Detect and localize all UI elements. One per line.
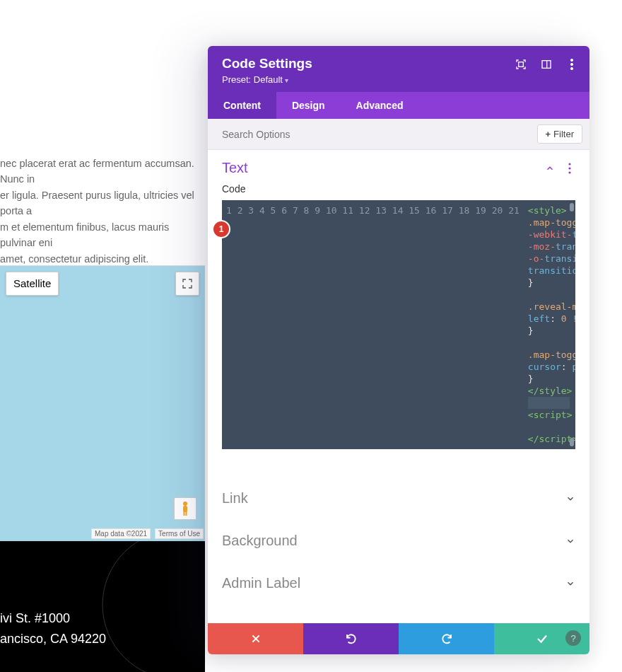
close-icon — [250, 633, 262, 644]
svg-point-0 — [183, 502, 187, 506]
svg-rect-3 — [186, 511, 187, 516]
tab-advanced[interactable]: Advanced — [341, 92, 419, 119]
chevron-down-icon — [565, 494, 575, 504]
svg-point-9 — [570, 63, 573, 65]
svg-point-10 — [570, 67, 573, 69]
undo-button[interactable] — [303, 623, 399, 654]
modal-tabs: Content Design Advanced — [208, 92, 589, 119]
editor-scrollbar[interactable] — [570, 438, 574, 446]
map-terms-link[interactable]: Terms of Use — [155, 528, 204, 539]
svg-point-8 — [570, 59, 573, 61]
help-bubble[interactable]: ? — [565, 630, 581, 646]
map-satellite-toggle[interactable]: Satellite — [6, 272, 59, 296]
svg-rect-1 — [183, 506, 187, 512]
section-admin-label[interactable]: Admin Label — [222, 562, 575, 605]
code-editor-content[interactable]: <style> .map-toggle-row { -webkit-transi… — [525, 200, 575, 449]
pegman-icon — [181, 501, 189, 516]
background-footer-panel: ivi St. #1000 ancisco, CA 94220 — [0, 541, 205, 672]
chevron-down-icon — [565, 579, 575, 589]
section-background[interactable]: Background — [222, 520, 575, 562]
cancel-button[interactable] — [208, 623, 303, 654]
code-field-label: Code — [222, 183, 575, 195]
fullscreen-icon — [182, 278, 193, 289]
svg-point-12 — [568, 167, 570, 169]
svg-point-11 — [568, 163, 570, 165]
tab-content[interactable]: Content — [208, 92, 276, 119]
undo-icon — [345, 632, 358, 645]
check-icon — [536, 632, 548, 645]
svg-point-4 — [102, 541, 205, 672]
svg-rect-5 — [519, 62, 524, 67]
step-marker-1: 1 — [213, 221, 229, 237]
search-input[interactable] — [222, 129, 537, 140]
editor-scrollbar[interactable] — [570, 203, 574, 212]
map-pegman[interactable] — [174, 497, 196, 520]
redo-button[interactable] — [399, 623, 494, 654]
map-data-credit: Map data ©2021 — [91, 528, 151, 539]
expand-icon[interactable] — [515, 58, 527, 71]
tab-design[interactable]: Design — [276, 92, 341, 119]
svg-rect-2 — [184, 511, 185, 516]
svg-point-13 — [568, 171, 570, 173]
preset-dropdown[interactable]: Preset: Default — [222, 74, 575, 85]
section-menu-icon[interactable] — [564, 163, 575, 174]
chevron-down-icon — [565, 536, 575, 546]
kebab-menu-icon[interactable] — [565, 58, 578, 71]
snap-icon[interactable] — [540, 58, 553, 71]
modal-footer — [208, 623, 589, 654]
options-search-bar: +Filter — [208, 119, 589, 150]
filter-button[interactable]: +Filter — [537, 124, 582, 144]
code-editor-gutter: 1 2 3 4 5 6 7 8 9 10 11 12 13 14 15 16 1… — [222, 200, 525, 449]
modal-header: Code Settings Preset: Default — [208, 46, 589, 92]
code-editor[interactable]: 1 2 3 4 5 6 7 8 9 10 11 12 13 14 15 16 1… — [222, 200, 575, 449]
section-text-title: Text — [222, 160, 248, 176]
collapse-section-icon[interactable] — [544, 163, 556, 174]
map-fullscreen-button[interactable] — [175, 272, 199, 296]
background-map: Satellite Map data ©2021 Terms of Use — [0, 265, 205, 541]
code-settings-modal: Code Settings Preset: Default Content De… — [208, 46, 589, 654]
redo-icon — [440, 632, 453, 645]
page-paragraph: nec placerat erat ac fermentum accumsan.… — [0, 156, 205, 267]
section-link[interactable]: Link — [222, 477, 575, 520]
